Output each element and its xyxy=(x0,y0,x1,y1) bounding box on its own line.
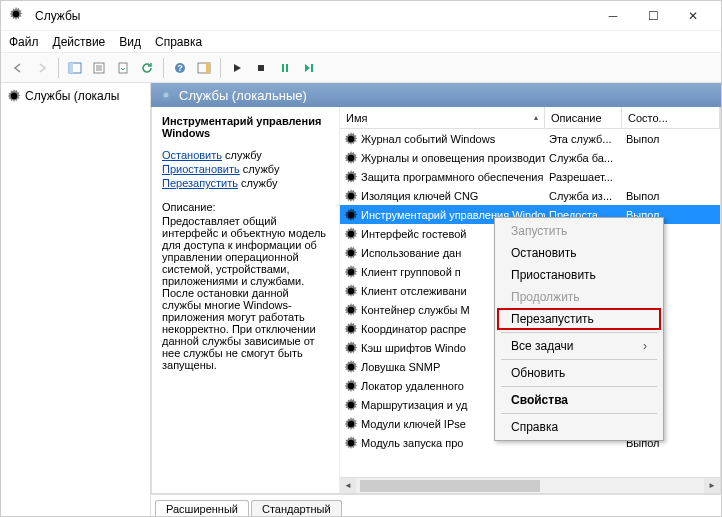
svg-rect-11 xyxy=(206,63,210,73)
scroll-thumb[interactable] xyxy=(360,480,540,492)
window-title: Службы xyxy=(35,9,593,23)
service-row[interactable]: Журналы и оповещения производите...Служб… xyxy=(340,148,720,167)
selected-service-name: Инструментарий управления Windows xyxy=(162,115,329,139)
context-menu: Запустить Остановить Приостановить Продо… xyxy=(494,217,664,441)
service-desc-cell: Разрешает... xyxy=(545,171,622,183)
ctx-separator xyxy=(501,332,657,333)
menu-file[interactable]: Файл xyxy=(9,35,39,49)
col-state[interactable]: Состо... xyxy=(622,107,720,128)
start-service-button[interactable] xyxy=(226,57,248,79)
service-desc-cell: Служба ба... xyxy=(545,152,622,164)
panel-title: Службы (локальные) xyxy=(179,88,307,103)
gear-icon xyxy=(344,246,358,260)
gear-icon xyxy=(344,284,358,298)
svg-rect-7 xyxy=(119,63,127,73)
gear-icon xyxy=(7,89,21,103)
stop-service-button[interactable] xyxy=(250,57,272,79)
pause-link[interactable]: Приостановить xyxy=(162,163,240,175)
ctx-restart[interactable]: Перезапустить xyxy=(497,308,661,330)
gear-icon xyxy=(344,322,358,336)
ctx-start: Запустить xyxy=(497,220,661,242)
gear-icon xyxy=(344,189,358,203)
action-pane-button[interactable] xyxy=(193,57,215,79)
service-state-cell: Выпол xyxy=(622,133,720,145)
ctx-pause[interactable]: Приостановить xyxy=(497,264,661,286)
details-pane: Инструментарий управления Windows Остано… xyxy=(152,107,340,493)
description-text: Предоставляет общий интерфейс и объектну… xyxy=(162,215,329,371)
gear-icon xyxy=(344,151,358,165)
pause-service-button[interactable] xyxy=(274,57,296,79)
ctx-all-tasks[interactable]: Все задачи xyxy=(497,335,661,357)
menu-bar: Файл Действие Вид Справка xyxy=(1,31,721,53)
export-button[interactable] xyxy=(112,57,134,79)
service-name-cell: Журналы и оповещения производите... xyxy=(340,151,545,165)
minimize-button[interactable]: ─ xyxy=(593,1,633,30)
restart-service-button[interactable] xyxy=(298,57,320,79)
gear-icon xyxy=(344,436,358,450)
gear-icon xyxy=(344,170,358,184)
svg-rect-12 xyxy=(258,65,264,71)
forward-button[interactable] xyxy=(31,57,53,79)
col-name[interactable]: Имя▴ xyxy=(340,107,545,128)
window-titlebar: Службы ─ ☐ ✕ xyxy=(1,1,721,31)
svg-text:?: ? xyxy=(177,63,183,73)
app-icon xyxy=(9,7,29,24)
ctx-help[interactable]: Справка xyxy=(497,416,661,438)
tree-pane[interactable]: Службы (локалы xyxy=(1,83,151,516)
horizontal-scrollbar[interactable]: ◄ ► xyxy=(340,477,720,493)
tree-root-label: Службы (локалы xyxy=(25,89,119,103)
service-name-cell: Защита программного обеспечения xyxy=(340,170,545,184)
service-desc-cell: Служба из... xyxy=(545,190,622,202)
gear-icon xyxy=(344,417,358,431)
refresh-button[interactable] xyxy=(136,57,158,79)
column-headers: Имя▴ Описание Состо... xyxy=(340,107,720,129)
gear-icon xyxy=(159,88,173,102)
tab-standard[interactable]: Стандартный xyxy=(251,500,342,516)
ctx-separator xyxy=(501,413,657,414)
ctx-separator xyxy=(501,386,657,387)
restart-link[interactable]: Перезапустить xyxy=(162,177,238,189)
svg-rect-15 xyxy=(311,64,313,72)
service-row[interactable]: Журнал событий WindowsЭта служб...Выпол xyxy=(340,129,720,148)
gear-icon xyxy=(344,132,358,146)
ctx-stop[interactable]: Остановить xyxy=(497,242,661,264)
menu-view[interactable]: Вид xyxy=(119,35,141,49)
gear-icon xyxy=(344,398,358,412)
tab-extended[interactable]: Расширенный xyxy=(155,500,249,516)
stop-link[interactable]: Остановить xyxy=(162,149,222,161)
service-name-cell: Журнал событий Windows xyxy=(340,132,545,146)
service-row[interactable]: Изоляция ключей CNGСлужба из...Выпол xyxy=(340,186,720,205)
service-name-cell: Изоляция ключей CNG xyxy=(340,189,545,203)
service-row[interactable]: Защита программного обеспеченияРазрешает… xyxy=(340,167,720,186)
gear-icon xyxy=(344,265,358,279)
back-button[interactable] xyxy=(7,57,29,79)
tree-root-item[interactable]: Службы (локалы xyxy=(5,87,146,105)
col-description[interactable]: Описание xyxy=(545,107,622,128)
service-state-cell: Выпол xyxy=(622,190,720,202)
gear-icon xyxy=(344,341,358,355)
show-hide-tree-button[interactable] xyxy=(64,57,86,79)
svg-rect-14 xyxy=(286,64,288,72)
service-desc-cell: Эта служб... xyxy=(545,133,622,145)
ctx-separator xyxy=(501,359,657,360)
ctx-resume: Продолжить xyxy=(497,286,661,308)
svg-rect-13 xyxy=(282,64,284,72)
menu-action[interactable]: Действие xyxy=(53,35,106,49)
scroll-left-button[interactable]: ◄ xyxy=(340,478,356,494)
menu-help[interactable]: Справка xyxy=(155,35,202,49)
close-button[interactable]: ✕ xyxy=(673,1,713,30)
gear-icon xyxy=(344,360,358,374)
scroll-right-button[interactable]: ► xyxy=(704,478,720,494)
sort-indicator-icon: ▴ xyxy=(534,113,538,122)
tab-strip: Расширенный Стандартный xyxy=(151,494,721,516)
properties-button[interactable] xyxy=(88,57,110,79)
ctx-properties[interactable]: Свойства xyxy=(497,389,661,411)
gear-icon xyxy=(344,208,358,222)
panel-header: Службы (локальные) xyxy=(151,83,721,107)
toolbar: ? xyxy=(1,53,721,83)
ctx-refresh[interactable]: Обновить xyxy=(497,362,661,384)
description-label: Описание: xyxy=(162,201,329,213)
help-button[interactable]: ? xyxy=(169,57,191,79)
maximize-button[interactable]: ☐ xyxy=(633,1,673,30)
gear-icon xyxy=(344,227,358,241)
